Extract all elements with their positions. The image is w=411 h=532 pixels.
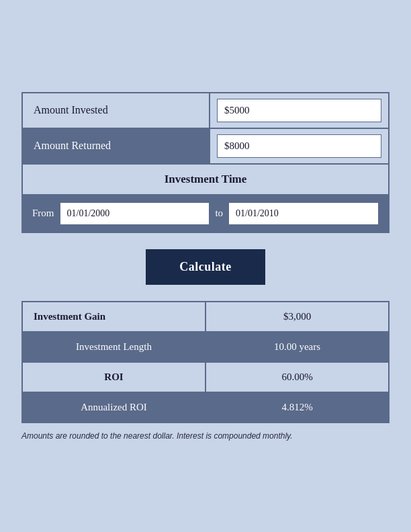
annualized-roi-value: 4.812% (205, 392, 389, 423)
amount-returned-input[interactable] (217, 134, 381, 158)
investment-length-value: 10.00 years (205, 332, 389, 362)
annualized-roi-label: Annualized ROI (22, 392, 205, 423)
investment-length-row: Investment Length 10.00 years (22, 332, 389, 362)
footnote: Amounts are rounded to the nearest dolla… (21, 431, 390, 441)
from-label: From (32, 208, 54, 219)
investment-gain-label: Investment Gain (22, 302, 205, 332)
annualized-roi-row: Annualized ROI 4.812% (22, 392, 389, 423)
amount-invested-input[interactable] (217, 99, 381, 122)
from-date-input[interactable] (60, 202, 210, 225)
date-row: From to (23, 195, 388, 232)
amount-invested-input-cell (209, 93, 388, 128)
investment-length-label: Investment Length (22, 332, 205, 362)
results-table: Investment Gain $3,000 Investment Length… (21, 301, 390, 423)
page-wrapper: Amount Invested Amount Returned Investme… (11, 81, 400, 451)
calculator-card: Amount Invested Amount Returned Investme… (21, 92, 390, 233)
calculate-btn-wrapper: Calculate (21, 249, 390, 285)
to-date-input[interactable] (228, 202, 379, 225)
amount-invested-row: Amount Invested (23, 93, 388, 129)
investment-gain-value: $3,000 (205, 302, 389, 332)
investment-time-header: Investment Time (23, 165, 388, 195)
calculate-button[interactable]: Calculate (146, 249, 265, 285)
amount-invested-label: Amount Invested (23, 93, 209, 128)
amount-returned-row: Amount Returned (23, 129, 388, 165)
investment-gain-row: Investment Gain $3,000 (22, 302, 389, 332)
amount-returned-label: Amount Returned (23, 129, 209, 163)
roi-label: ROI (22, 362, 205, 392)
roi-row: ROI 60.00% (22, 362, 389, 392)
roi-value: 60.00% (205, 362, 389, 392)
to-label: to (215, 208, 223, 219)
amount-returned-input-cell (209, 129, 388, 163)
